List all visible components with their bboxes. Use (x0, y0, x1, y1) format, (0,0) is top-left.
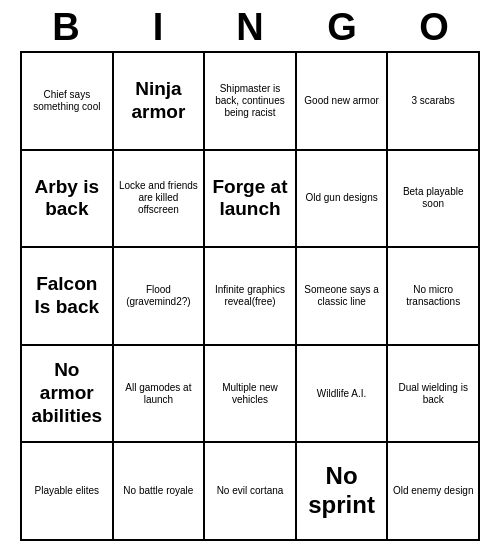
bingo-cell-23: No sprint (297, 443, 389, 541)
bingo-cell-16: All gamodes at launch (114, 346, 206, 444)
bingo-cell-8: Old gun designs (297, 151, 389, 249)
bingo-cell-17: Multiple new vehicles (205, 346, 297, 444)
bingo-letter: I (117, 6, 199, 49)
bingo-cell-18: Wildlife A.I. (297, 346, 389, 444)
bingo-cell-1: Ninja armor (114, 53, 206, 151)
bingo-title: BINGO (20, 0, 480, 51)
bingo-cell-19: Dual wielding is back (388, 346, 480, 444)
bingo-cell-15: No armor abilities (22, 346, 114, 444)
bingo-cell-7: Forge at launch (205, 151, 297, 249)
bingo-cell-5: Arby is back (22, 151, 114, 249)
bingo-grid: Chief says something coolNinja armorShip… (20, 51, 480, 541)
bingo-cell-21: No battle royale (114, 443, 206, 541)
bingo-cell-11: Flood (gravemind2?) (114, 248, 206, 346)
bingo-cell-13: Someone says a classic line (297, 248, 389, 346)
bingo-cell-14: No micro transactions (388, 248, 480, 346)
bingo-letter: B (25, 6, 107, 49)
bingo-cell-6: Locke and friends are killed offscreen (114, 151, 206, 249)
bingo-letter: G (301, 6, 383, 49)
bingo-cell-24: Old enemy design (388, 443, 480, 541)
bingo-letter: N (209, 6, 291, 49)
bingo-cell-2: Shipmaster is back, continues being raci… (205, 53, 297, 151)
bingo-cell-12: Infinite graphics reveal(free) (205, 248, 297, 346)
bingo-cell-3: Good new armor (297, 53, 389, 151)
bingo-cell-10: Falcon Is back (22, 248, 114, 346)
bingo-cell-22: No evil cortana (205, 443, 297, 541)
bingo-cell-4: 3 scarabs (388, 53, 480, 151)
bingo-cell-0: Chief says something cool (22, 53, 114, 151)
bingo-cell-9: Beta playable soon (388, 151, 480, 249)
bingo-letter: O (393, 6, 475, 49)
bingo-cell-20: Playable elites (22, 443, 114, 541)
